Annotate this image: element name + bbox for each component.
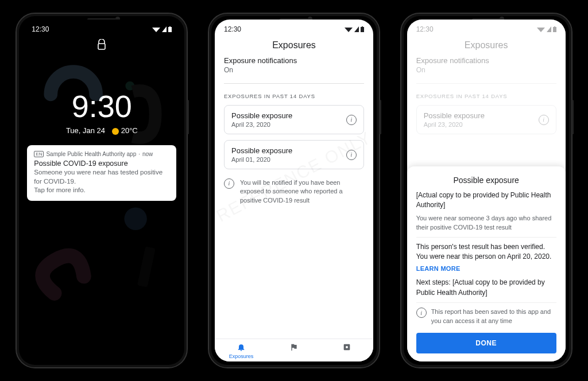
status-icons	[345, 25, 364, 33]
svg-point-1	[125, 208, 147, 230]
lockscreen: 12:30 9:30 Tue, Jan 24 20°C EN Sample Pu…	[22, 20, 181, 361]
sheet-next-steps: Next steps: [Actual copy to be provided …	[416, 278, 556, 298]
notification-meta: EN Sample Public Health Authority app · …	[34, 151, 169, 157]
bottom-nav: Exposures	[215, 339, 373, 361]
exposures-screen-with-sheet: 12:30 Exposures Exposure notifications O…	[407, 20, 566, 361]
svg-rect-10	[553, 27, 556, 32]
svg-rect-11	[554, 26, 555, 27]
section-header: EXPOSURES IN PAST 14 DAYS	[416, 93, 556, 99]
status-icons	[537, 25, 556, 33]
svg-point-9	[346, 346, 348, 348]
notification-body: Someone you were near has tested positiv…	[34, 168, 169, 195]
signal-icon	[547, 26, 551, 32]
exposure-card[interactable]: Possible exposure April 23, 2020 i	[224, 105, 364, 134]
page-title: Exposures	[215, 36, 373, 56]
sheet-saved-row: i This report has been saved to this app…	[416, 308, 556, 326]
status-time: 12:30	[416, 25, 434, 33]
exposures-screen: 12:30 Exposures Exposure notifications O…	[215, 20, 373, 361]
done-button[interactable]: DONE	[416, 333, 556, 353]
sheet-saved-text: This report has been saved to this app a…	[431, 308, 556, 326]
notification-title: Possible COVID-19 exposure	[34, 160, 169, 168]
info-icon[interactable]: i	[346, 150, 357, 160]
battery-icon	[553, 26, 556, 32]
wifi-icon	[345, 26, 353, 32]
notification-card[interactable]: EN Sample Public Health Authority app · …	[27, 145, 176, 201]
info-icon: i	[224, 178, 234, 189]
notification-app-name: Sample Public Health Authority app	[46, 151, 136, 157]
section-header: EXPOSURES IN PAST 14 DAYS	[224, 93, 364, 99]
notification-app-icon: EN	[34, 151, 44, 157]
svg-rect-7	[362, 26, 363, 27]
sheet-copy-placeholder: [Actual copy to be provided by Public He…	[416, 190, 556, 211]
svg-rect-6	[361, 27, 364, 32]
footnote-text: You will be notified if you have been ex…	[240, 178, 364, 205]
info-icon[interactable]: i	[346, 115, 357, 125]
battery-icon	[361, 26, 364, 32]
sheet-body1: You were near someone 3 days ago who sha…	[416, 214, 556, 232]
nav-settings[interactable]	[320, 343, 373, 359]
svg-rect-2	[137, 246, 156, 287]
info-icon[interactable]: i	[539, 115, 549, 125]
phone-exposure-sheet: 12:30 Exposures Exposure notifications O…	[400, 13, 572, 368]
phone-exposures-list: 12:30 Exposures Exposure notifications O…	[208, 13, 380, 368]
exposure-notif-state: On	[224, 66, 364, 74]
exposure-notif-label[interactable]: Exposure notifications	[224, 56, 364, 65]
status-time: 12:30	[224, 25, 241, 33]
exposure-card-date: April 01, 2020	[231, 156, 292, 163]
page-title: Exposures	[407, 36, 566, 56]
exposure-notif-label: Exposure notifications	[416, 56, 556, 65]
signal-icon	[354, 26, 359, 32]
sheet-title: Possible exposure	[416, 176, 556, 185]
bell-icon	[215, 343, 267, 353]
phone-lockscreen: 12:30 9:30 Tue, Jan 24 20°C EN Sample Pu…	[16, 13, 188, 368]
exposure-card[interactable]: Possible exposure April 01, 2020 i	[224, 140, 364, 169]
status-bar: 12:30	[407, 20, 566, 36]
sheet-body2: This person's test result has been verif…	[416, 242, 556, 262]
bottom-sheet: Possible exposure [Actual copy to be pro…	[407, 166, 566, 361]
exposure-card-title: Possible exposure	[231, 146, 292, 155]
notification-time: now	[142, 151, 153, 157]
exposure-card[interactable]: Possible exposure April 23, 2020 i	[416, 105, 556, 134]
exposure-card-date: April 23, 2020	[231, 121, 292, 128]
settings-icon	[320, 343, 373, 353]
info-icon: i	[416, 308, 427, 318]
exposure-card-title: Possible exposure	[424, 111, 485, 120]
nav-label: Exposures	[215, 353, 267, 359]
footnote: i You will be notified if you have been …	[224, 175, 364, 205]
exposure-card-date: April 23, 2020	[424, 121, 485, 128]
nav-report[interactable]	[268, 343, 320, 359]
learn-more-link[interactable]: LEARN MORE	[416, 265, 556, 272]
nav-exposures[interactable]: Exposures	[215, 343, 267, 359]
flag-icon	[268, 343, 320, 353]
wifi-icon	[537, 26, 545, 32]
exposure-card-title: Possible exposure	[231, 111, 292, 120]
exposure-notif-state: On	[416, 66, 556, 74]
status-bar: 12:30	[215, 20, 373, 36]
